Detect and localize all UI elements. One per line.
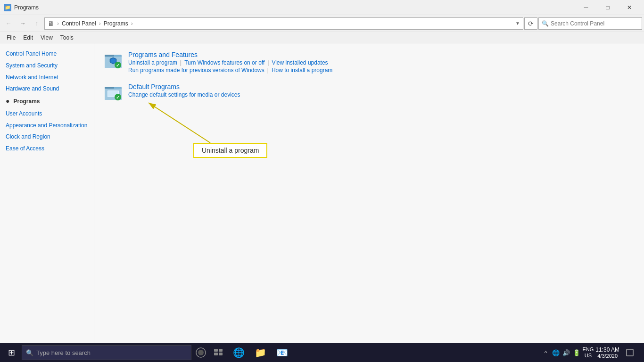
close-button[interactable]: ✕ (619, 0, 640, 15)
chrome-icon: 🌐 (233, 347, 245, 358)
annotation-box: Uninstall a program (193, 143, 267, 158)
default-programs-svg-icon: ✓ (104, 83, 123, 102)
window-icon: 📁 (4, 4, 11, 11)
svg-point-17 (198, 350, 204, 355)
uninstall-program-link[interactable]: Uninstall a program (128, 59, 177, 66)
network-icon[interactable]: 🌐 (552, 349, 560, 356)
forward-button[interactable]: → (16, 17, 29, 30)
title-bar-left: 📁 Programs (4, 4, 39, 11)
programs-features-content: Programs and Features Uninstall a progra… (128, 51, 635, 74)
menu-edit[interactable]: Edit (19, 32, 37, 43)
search-bar[interactable]: 🔍 (538, 17, 642, 30)
sidebar-item-appearance[interactable]: Appearance and Personalization (0, 120, 94, 132)
task-view-button[interactable] (192, 344, 209, 361)
change-defaults-link[interactable]: Change default settings for media or dev… (128, 91, 240, 98)
address-bar[interactable]: 🖥 › Control Panel › Programs › ▼ (44, 17, 523, 30)
taskbar-search-bar[interactable]: 🔍 Type here to search (22, 345, 191, 360)
sidebar-item-programs: ● Programs (0, 95, 94, 108)
window-title: Programs (14, 4, 39, 11)
programs-features-section: ✓ Programs and Features Uninstall a prog… (104, 51, 635, 74)
clock-area[interactable]: 11:30 AM 4/3/2020 (595, 346, 619, 359)
maximize-button[interactable]: □ (597, 0, 619, 15)
minimize-button[interactable]: ─ (575, 0, 597, 15)
default-programs-content: Default Programs Change default settings… (128, 83, 635, 98)
clock-date: 4/3/2020 (595, 353, 619, 359)
default-programs-section: ✓ Default Programs Change default settin… (104, 83, 635, 102)
svg-rect-1 (105, 55, 114, 57)
taskbar: ⊞ 🔍 Type here to search 🌐 📁 📧 (0, 343, 644, 362)
programs-features-title[interactable]: Programs and Features (128, 51, 635, 58)
navigation-bar: ← → ↑ 🖥 › Control Panel › Programs › ▼ ⟳… (0, 15, 644, 32)
windows-features-link[interactable]: Turn Windows features on or off (184, 59, 264, 66)
svg-text:✓: ✓ (116, 95, 120, 100)
run-programs-link[interactable]: Run programs made for previous versions … (128, 67, 264, 74)
main-container: Control Panel Home System and Security N… (0, 43, 644, 343)
sidebar-item-control-panel-home[interactable]: Control Panel Home (0, 48, 94, 60)
up-button[interactable]: ↑ (30, 17, 43, 30)
view-updates-link[interactable]: View installed updates (272, 59, 328, 66)
content-wrapper: ✓ Programs and Features Uninstall a prog… (104, 51, 635, 102)
programs-features-svg-icon: ✓ (104, 51, 123, 70)
svg-text:✓: ✓ (116, 63, 120, 68)
system-tray: ^ 🌐 🔊 🔋 (542, 349, 580, 356)
svg-rect-22 (627, 349, 633, 356)
address-dropdown-arrow[interactable]: ▼ (515, 21, 520, 26)
taskbar-app-mail[interactable]: 📧 (272, 343, 292, 362)
sidebar-item-clock-region[interactable]: Clock and Region (0, 131, 94, 143)
battery-icon[interactable]: 🔋 (573, 349, 580, 356)
tray-up-arrow[interactable]: ^ (542, 349, 549, 356)
notification-icon (626, 349, 634, 356)
content-area: ✓ Programs and Features Uninstall a prog… (94, 43, 644, 343)
default-programs-title[interactable]: Default Programs (128, 83, 635, 90)
svg-rect-20 (214, 353, 218, 355)
active-bullet: ● (6, 97, 9, 106)
taskbar-search-icon: 🔍 (26, 349, 33, 356)
programs-features-links: Uninstall a program | Turn Windows featu… (128, 59, 635, 66)
taskbar-right: ^ 🌐 🔊 🔋 ENG US 11:30 AM 4/3/2020 (542, 343, 642, 362)
svg-line-15 (149, 103, 210, 143)
address-part-programs: Programs (104, 20, 128, 27)
taskview-btn[interactable] (210, 344, 227, 361)
refresh-button[interactable]: ⟳ (524, 17, 537, 30)
notification-button[interactable] (621, 343, 638, 362)
taskbar-apps: 🌐 📁 📧 (228, 343, 292, 362)
search-input[interactable] (551, 20, 639, 27)
address-part-control-panel: Control Panel (62, 20, 96, 27)
svg-rect-8 (105, 87, 114, 89)
svg-rect-18 (214, 349, 218, 352)
address-icon: 🖥 (48, 20, 54, 27)
sidebar-item-ease-of-access[interactable]: Ease of Access (0, 143, 94, 155)
language-indicator[interactable]: ENG US (582, 346, 594, 359)
how-to-install-link[interactable]: How to install a program (272, 67, 332, 74)
programs-features-icon: ✓ (104, 51, 123, 70)
search-icon: 🔍 (542, 20, 549, 27)
start-button[interactable]: ⊞ (2, 343, 21, 362)
file-explorer-icon: 📁 (255, 347, 266, 358)
sidebar-item-user-accounts[interactable]: User Accounts (0, 108, 94, 120)
default-programs-icon: ✓ (104, 83, 123, 102)
svg-rect-19 (219, 349, 223, 352)
menu-file[interactable]: File (3, 32, 19, 43)
taskbar-app-chrome[interactable]: 🌐 (228, 343, 249, 362)
sidebar-item-hardware-sound[interactable]: Hardware and Sound (0, 83, 94, 95)
sidebar: Control Panel Home System and Security N… (0, 43, 94, 343)
menu-bar: File Edit View Tools (0, 32, 644, 43)
mail-icon: 📧 (276, 347, 288, 358)
default-programs-links: Change default settings for media or dev… (128, 91, 635, 98)
back-button[interactable]: ← (2, 17, 15, 30)
menu-view[interactable]: View (37, 32, 57, 43)
svg-rect-21 (219, 353, 223, 355)
windows-logo-icon: ⊞ (8, 347, 15, 358)
sidebar-item-system-security[interactable]: System and Security (0, 60, 94, 72)
sidebar-item-network-internet[interactable]: Network and Internet (0, 72, 94, 83)
clock-time: 11:30 AM (595, 346, 619, 353)
title-bar: 📁 Programs ─ □ ✕ (0, 0, 644, 15)
volume-icon[interactable]: 🔊 (562, 349, 570, 356)
task-view-icon (196, 347, 206, 358)
taskview-icon (214, 349, 223, 356)
taskbar-app-file-explorer[interactable]: 📁 (250, 343, 271, 362)
taskbar-search-text: Type here to search (36, 349, 91, 356)
programs-features-links-2: Run programs made for previous versions … (128, 67, 635, 74)
window-controls: ─ □ ✕ (575, 0, 640, 15)
menu-tools[interactable]: Tools (57, 32, 77, 43)
